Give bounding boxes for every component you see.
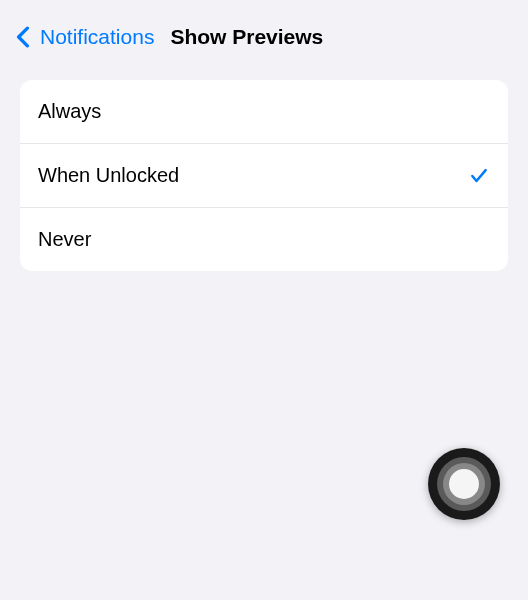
assistive-touch-ring <box>443 463 485 505</box>
back-button-label[interactable]: Notifications <box>40 25 154 49</box>
option-label: Always <box>38 100 101 123</box>
option-always[interactable]: Always <box>20 80 508 144</box>
assistive-touch-ring <box>437 457 491 511</box>
option-when-unlocked[interactable]: When Unlocked <box>20 144 508 208</box>
back-chevron-icon[interactable] <box>14 24 32 50</box>
option-never[interactable]: Never <box>20 208 508 271</box>
assistive-touch-button[interactable] <box>428 448 500 520</box>
nav-bar: Notifications Show Previews <box>0 0 528 70</box>
options-list: Always When Unlocked Never <box>20 80 508 271</box>
assistive-touch-center <box>449 469 479 499</box>
option-label: When Unlocked <box>38 164 179 187</box>
option-label: Never <box>38 228 91 251</box>
page-title: Show Previews <box>170 25 323 49</box>
checkmark-icon <box>468 165 490 187</box>
